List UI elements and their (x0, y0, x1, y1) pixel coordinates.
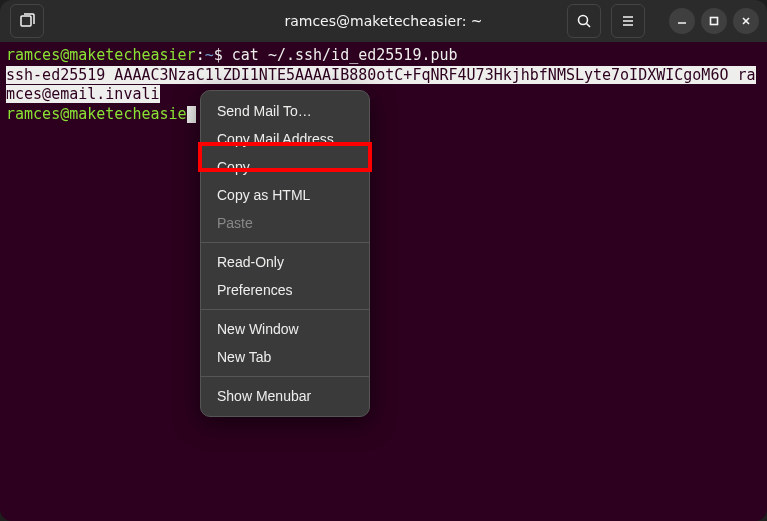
svg-line-2 (587, 24, 591, 28)
context-menu[interactable]: Send Mail To… Copy Mail Address Copy Cop… (200, 90, 370, 417)
svg-rect-7 (711, 18, 718, 25)
terminal-window: ramces@maketecheasier: ~ (0, 0, 767, 521)
menu-preferences[interactable]: Preferences (201, 276, 369, 304)
search-icon (576, 13, 592, 29)
svg-point-1 (579, 16, 588, 25)
search-button[interactable] (567, 4, 601, 38)
prompt-sep: : (196, 46, 205, 64)
svg-rect-0 (21, 16, 31, 26)
new-tab-button[interactable] (10, 4, 44, 38)
menu-show-menubar[interactable]: Show Menubar (201, 382, 369, 410)
cursor (187, 106, 196, 123)
prompt-path: ~ (205, 46, 214, 64)
menu-separator (201, 309, 369, 310)
prompt2-user-host: ramces@maketecheasie (6, 105, 187, 123)
menu-read-only[interactable]: Read-Only (201, 248, 369, 276)
menu-copy[interactable]: Copy (201, 153, 369, 181)
titlebar: ramces@maketecheasier: ~ (0, 0, 767, 42)
menu-send-mail-to[interactable]: Send Mail To… (201, 97, 369, 125)
menu-paste: Paste (201, 209, 369, 237)
menu-copy-mail-address[interactable]: Copy Mail Address (201, 125, 369, 153)
titlebar-right (565, 4, 759, 38)
close-button[interactable] (733, 8, 759, 34)
maximize-icon (708, 15, 720, 27)
menu-separator (201, 376, 369, 377)
menu-separator (201, 242, 369, 243)
menu-new-tab[interactable]: New Tab (201, 343, 369, 371)
prompt-symbol: $ (214, 46, 232, 64)
prompt-user-host: ramces@maketecheasier (6, 46, 196, 64)
maximize-button[interactable] (701, 8, 727, 34)
menu-copy-as-html[interactable]: Copy as HTML (201, 181, 369, 209)
command-text: cat ~/.ssh/id_ed25519.pub (232, 46, 458, 64)
terminal-body[interactable]: ramces@maketecheasier:~$ cat ~/.ssh/id_e… (0, 42, 767, 521)
close-icon (740, 15, 752, 27)
new-tab-icon (19, 13, 35, 29)
menu-new-window[interactable]: New Window (201, 315, 369, 343)
minimize-icon (676, 15, 688, 27)
window-title: ramces@maketecheasier: ~ (284, 13, 482, 29)
selected-output: ssh-ed25519 AAAAC3NzaC1lZDI1NTE5AAAAIB88… (6, 66, 756, 104)
titlebar-left (8, 4, 46, 38)
hamburger-icon (620, 13, 636, 29)
minimize-button[interactable] (669, 8, 695, 34)
menu-button[interactable] (611, 4, 645, 38)
